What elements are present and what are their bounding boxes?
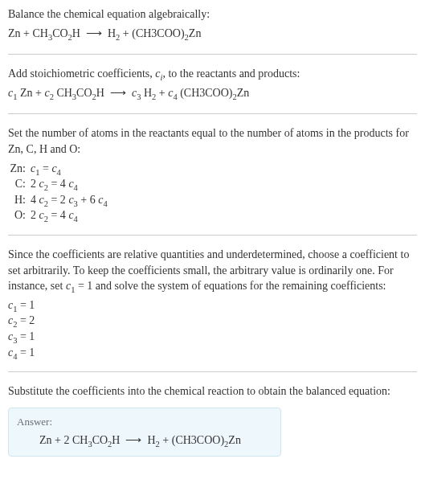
coeff-value: c3 = 1 — [8, 329, 417, 345]
answer-intro: Substitute the coefficients into the che… — [8, 383, 417, 400]
atom-element: C: — [8, 176, 31, 192]
atom-table: Zn: c1 = c4 C: 2 c2 = 4 c4 H: 4 c2 = 2 c… — [8, 161, 108, 223]
atom-element: H: — [8, 192, 31, 208]
atom-equation: c1 = c4 — [31, 161, 108, 177]
problem-intro: Balance the chemical equation algebraica… — [8, 6, 417, 23]
atom-element: O: — [8, 207, 31, 223]
problem-equation: Zn + CH3CO2H ⟶ H2 + (CH3COO)2Zn — [8, 26, 417, 42]
section-coefficients: Add stoichiometric coefficients, ci, to … — [8, 66, 417, 114]
coeff-value: c4 = 1 — [8, 345, 417, 361]
atom-equation: 2 c2 = 4 c4 — [31, 207, 108, 223]
answer-equation: Zn + 2 CH3CO2H ⟶ H2 + (CH3COO)2Zn — [17, 432, 272, 449]
atom-row: C: 2 c2 = 4 c4 — [8, 176, 108, 192]
coeff-intro: Add stoichiometric coefficients, ci, to … — [8, 66, 417, 82]
atom-row: H: 4 c2 = 2 c3 + 6 c4 — [8, 192, 108, 208]
coeff-equation: c1 Zn + c2 CH3CO2H ⟶ c3 H2 + c4 (CH3COO)… — [8, 85, 417, 101]
atom-row: O: 2 c2 = 4 c4 — [8, 207, 108, 223]
atom-equation: 4 c2 = 2 c3 + 6 c4 — [31, 192, 108, 208]
section-atom-balance: Set the number of atoms in the reactants… — [8, 125, 417, 236]
section-answer: Substitute the coefficients into the che… — [8, 383, 417, 457]
section-solve: Since the coefficients are relative quan… — [8, 247, 417, 372]
section-problem: Balance the chemical equation algebraica… — [8, 6, 417, 55]
answer-label: Answer: — [17, 415, 272, 429]
solve-intro: Since the coefficients are relative quan… — [8, 247, 417, 294]
answer-box: Answer: Zn + 2 CH3CO2H ⟶ H2 + (CH3COO)2Z… — [8, 408, 281, 457]
atom-element: Zn: — [8, 161, 31, 177]
atom-intro: Set the number of atoms in the reactants… — [8, 125, 417, 157]
atom-equation: 2 c2 = 4 c4 — [31, 176, 108, 192]
coeff-value: c1 = 1 — [8, 297, 417, 313]
atom-row: Zn: c1 = c4 — [8, 161, 108, 177]
coeff-value: c2 = 2 — [8, 313, 417, 329]
coeff-list: c1 = 1 c2 = 2 c3 = 1 c4 = 1 — [8, 297, 417, 360]
